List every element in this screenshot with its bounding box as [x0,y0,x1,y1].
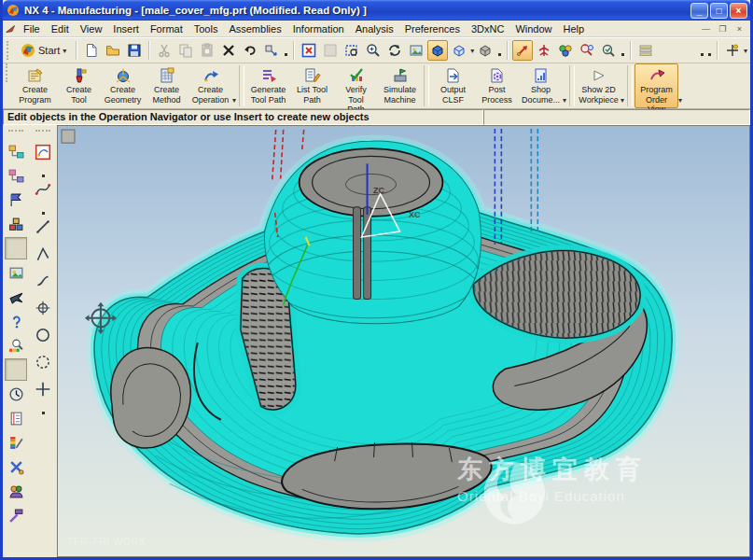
toolbar-grip[interactable] [6,63,10,82]
menu-preferences[interactable]: Preferences [399,22,466,35]
resource-toolbar [3,125,29,557]
menu-format[interactable]: Format [145,22,188,35]
show-hide-button[interactable] [577,40,597,61]
start-button[interactable]: Start ▾ [15,40,72,61]
fit-view-icon [301,43,316,58]
delete-button[interactable] [218,40,239,61]
create-method-button[interactable]: Create Method [145,63,188,108]
create-geometry-icon [114,67,132,84]
layer-settings-button[interactable] [635,40,656,61]
history-button[interactable] [5,383,27,405]
program-order-view-button[interactable]: Program Order View [634,63,678,108]
assembly-navigator-button[interactable] [5,213,27,235]
list-tool-path-button[interactable]: List Tool Path [290,63,334,108]
shaded-view-button[interactable] [427,40,448,61]
simulate-machine-button[interactable]: Simulate Machine [378,63,422,108]
customize-button[interactable] [5,455,27,478]
zoom-area-button[interactable] [342,40,362,61]
isometric-view-button[interactable] [449,40,469,61]
program-navigator-button[interactable] [5,189,27,211]
chevron-down-icon[interactable]: ▾ [678,63,683,108]
machine-navigator-button[interactable] [5,164,27,187]
generate-tool-path-button[interactable]: Generate Tool Path [246,63,290,108]
arc-button[interactable] [31,269,55,293]
plus-point-button[interactable] [31,377,55,401]
maximize-button[interactable]: □ [710,3,728,19]
transform-button[interactable] [261,40,282,61]
preview-button[interactable] [5,261,27,284]
resource-blank-pressed[interactable] [5,237,27,259]
wcs-dynamics-button[interactable] [534,40,554,61]
menu-view[interactable]: View [75,22,108,35]
close-button[interactable]: × [730,3,747,19]
point-constructor-button[interactable] [722,40,743,61]
menu-help[interactable]: Help [558,22,591,35]
create-tool-button[interactable]: Create Tool [57,63,101,108]
ellipse-button[interactable] [31,350,55,374]
menu-3dxnc[interactable]: 3DxNC [466,22,509,35]
create-operation-button[interactable]: Create Operation [188,63,232,108]
polyline-button[interactable] [31,242,55,266]
line-button[interactable] [31,215,55,239]
menu-insert[interactable]: Insert [107,22,145,35]
rotate-view-button[interactable] [384,40,405,61]
show-hide-magnifier-icon [579,43,594,58]
toolbar-grip[interactable] [35,130,50,136]
create-program-button[interactable]: Create Program [13,63,57,108]
circle-button[interactable] [31,323,55,347]
pan-view-button[interactable] [406,40,426,61]
chevron-down-icon[interactable]: ▾ [470,47,474,55]
separator [148,41,150,60]
child-minimize-button[interactable]: — [699,22,713,35]
menu-edit[interactable]: Edit [46,22,75,35]
output-clsf-button[interactable]: Output CLSF [431,63,475,108]
operation-navigator-button[interactable] [5,140,27,162]
menu-information[interactable]: Information [287,22,350,35]
child-close-button[interactable]: × [732,22,746,35]
shop-documentation-button[interactable]: Shop Docume... [519,63,563,108]
chevron-down-icon[interactable]: ▾ [563,63,567,108]
view-orient-button[interactable] [475,40,495,61]
create-geometry-button[interactable]: Create Geometry [101,63,145,108]
show-2d-workpiece-button[interactable]: Show 2D Workpiece [577,63,621,108]
menu-analysis[interactable]: Analysis [350,22,399,35]
toolbar-grip[interactable] [8,130,23,136]
roles-button[interactable] [5,286,27,308]
viewport-corner-handle[interactable] [62,130,75,143]
new-button[interactable] [81,40,102,61]
zoom-inout-button[interactable] [363,40,383,61]
post-process-button[interactable]: Post Process [475,63,519,108]
graphics-viewport[interactable]: ZC XC TFR-TRI WORK 东方博宜教育 Oriental Boyi … [57,125,750,557]
snap-point-button[interactable] [512,40,533,61]
menu-file[interactable]: File [18,22,46,35]
verify-tool-path-button[interactable]: Verify Tool Path [334,63,378,108]
menu-bar: File Edit View Insert Format Tools Assem… [3,21,750,37]
spline-button[interactable] [31,177,55,202]
information-window-button[interactable] [5,407,27,429]
color-palette-button[interactable] [5,431,27,454]
open-button[interactable] [103,40,123,61]
child-restore-button[interactable]: ❐ [716,22,730,35]
resource-blank-pressed[interactable] [5,358,27,381]
sketch-button[interactable] [31,140,55,164]
transform-icon [264,43,279,58]
point-button[interactable] [31,296,55,320]
user-roles-button[interactable] [5,480,27,502]
menu-tools[interactable]: Tools [188,22,224,35]
chevron-down-icon[interactable]: ▾ [744,47,747,55]
chevron-down-icon[interactable]: ▾ [232,63,237,108]
edit-display-button[interactable] [598,40,619,61]
visualization-button[interactable] [5,334,27,357]
chevron-down-icon[interactable]: ▾ [621,63,625,108]
tools-button[interactable] [5,504,27,526]
object-display-button[interactable] [555,40,576,61]
fit-view-button[interactable] [299,40,319,61]
toolbar-grip[interactable] [7,41,11,60]
menu-assemblies[interactable]: Assemblies [223,22,286,35]
menu-window[interactable]: Window [509,22,557,35]
undo-button[interactable] [240,40,260,61]
create-tool-icon [70,67,89,84]
help-button[interactable] [5,310,27,332]
save-button[interactable] [124,40,145,61]
minimize-button[interactable]: _ [690,3,708,19]
